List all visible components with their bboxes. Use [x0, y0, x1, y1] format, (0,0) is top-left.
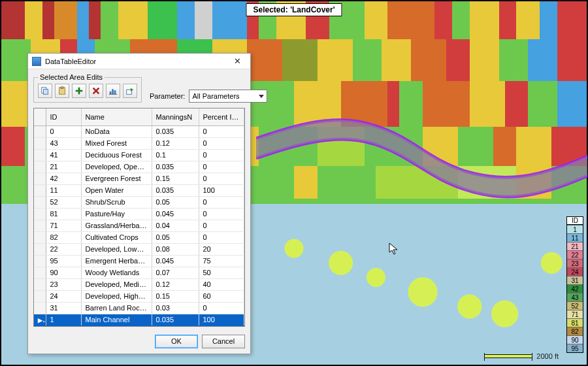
cell[interactable]: 82: [46, 231, 81, 243]
table-row[interactable]: 21Developed, Ope…0.0350: [34, 161, 244, 173]
cell[interactable]: Cultivated Crops: [81, 231, 152, 243]
parameter-select[interactable]: All Parameters: [189, 90, 267, 103]
cell[interactable]: Emergent Herbac…: [81, 255, 152, 267]
cell[interactable]: 81: [46, 208, 81, 220]
col-name[interactable]: Name: [81, 108, 152, 125]
cell[interactable]: 0: [199, 231, 244, 243]
col-id[interactable]: ID: [46, 108, 81, 125]
paste-icon[interactable]: [55, 84, 69, 98]
table-row[interactable]: 52Shrub/Scrub0.050: [34, 196, 244, 208]
cell[interactable]: 43: [46, 137, 81, 149]
row-header[interactable]: [34, 255, 46, 267]
cell[interactable]: Mixed Forest: [81, 137, 152, 149]
cell[interactable]: 1: [46, 314, 81, 325]
cell[interactable]: Evergreen Forest: [81, 173, 152, 184]
cell[interactable]: 24: [46, 290, 81, 302]
cell[interactable]: 75: [199, 255, 244, 267]
row-header[interactable]: [34, 149, 46, 161]
cell[interactable]: 0: [199, 173, 244, 184]
cell[interactable]: Pasture/Hay: [81, 208, 152, 220]
cell[interactable]: 71: [46, 220, 81, 231]
copy-icon[interactable]: [38, 84, 52, 98]
cell[interactable]: Developed, Ope…: [81, 161, 152, 173]
table-row[interactable]: 24Developed, High…0.1560: [34, 290, 244, 302]
dialog-titlebar[interactable]: DataTableEditor ✕: [28, 54, 250, 69]
cell[interactable]: 0.12: [152, 278, 199, 290]
cell[interactable]: 0: [46, 125, 81, 137]
cell[interactable]: 0: [199, 125, 244, 137]
table-row[interactable]: 71Grassland/Herba…0.040: [34, 220, 244, 231]
table-row[interactable]: 22Developed, Low…0.0820: [34, 243, 244, 255]
cell[interactable]: 20: [199, 243, 244, 255]
cell[interactable]: Main Channel: [81, 314, 152, 325]
cell[interactable]: 11: [46, 184, 81, 196]
row-header[interactable]: [34, 243, 46, 255]
row-header[interactable]: [34, 208, 46, 220]
cell[interactable]: 41: [46, 149, 81, 161]
table-row[interactable]: 31Barren Land Roc…0.030: [34, 302, 244, 314]
cell[interactable]: Woody Wetlands: [81, 267, 152, 278]
table-row[interactable]: 0NoData0.0350: [34, 125, 244, 137]
row-header[interactable]: [34, 267, 46, 278]
cell[interactable]: Shrub/Scrub: [81, 196, 152, 208]
col-pct-imperv[interactable]: Percent Impervious: [199, 108, 244, 125]
row-header[interactable]: [34, 196, 46, 208]
export-icon[interactable]: [123, 84, 137, 98]
cell[interactable]: 0.035: [152, 161, 199, 173]
col-manningsn[interactable]: ManningsN: [152, 108, 199, 125]
cell[interactable]: 0.15: [152, 173, 199, 184]
cell[interactable]: Developed, High…: [81, 290, 152, 302]
cell[interactable]: Barren Land Roc…: [81, 302, 152, 314]
row-header[interactable]: [34, 173, 46, 184]
cell[interactable]: 0.045: [152, 255, 199, 267]
cell[interactable]: NoData: [81, 125, 152, 137]
cell[interactable]: 22: [46, 243, 81, 255]
data-grid[interactable]: ID Name ManningsN Percent Impervious 0No…: [33, 108, 245, 327]
row-header[interactable]: [34, 290, 46, 302]
cell[interactable]: 0.05: [152, 196, 199, 208]
ok-button[interactable]: OK: [155, 335, 198, 348]
table-row[interactable]: 43Mixed Forest0.120: [34, 137, 244, 149]
cell[interactable]: 0.035: [152, 184, 199, 196]
cell[interactable]: 0: [199, 161, 244, 173]
cell[interactable]: 50: [199, 267, 244, 278]
cell[interactable]: 95: [46, 255, 81, 267]
cell[interactable]: 0.04: [152, 220, 199, 231]
cell[interactable]: 23: [46, 278, 81, 290]
cell[interactable]: 0: [199, 208, 244, 220]
cell[interactable]: Deciduous Forest: [81, 149, 152, 161]
close-icon[interactable]: ✕: [228, 55, 246, 68]
cell[interactable]: 0: [199, 196, 244, 208]
cell[interactable]: Grassland/Herba…: [81, 220, 152, 231]
cell[interactable]: 100: [199, 314, 244, 325]
cell[interactable]: 0: [199, 302, 244, 314]
row-header[interactable]: [34, 220, 46, 231]
row-header[interactable]: [34, 184, 46, 196]
cell[interactable]: 0.12: [152, 137, 199, 149]
cell[interactable]: 40: [199, 278, 244, 290]
row-header[interactable]: [34, 161, 46, 173]
cell[interactable]: 31: [46, 302, 81, 314]
cancel-button[interactable]: Cancel: [202, 335, 245, 348]
chart-icon[interactable]: [106, 84, 120, 98]
row-header[interactable]: [34, 278, 46, 290]
table-row[interactable]: 90Woody Wetlands0.0750: [34, 267, 244, 278]
cell[interactable]: 60: [199, 290, 244, 302]
cell[interactable]: 0.035: [152, 125, 199, 137]
cell[interactable]: 0: [199, 220, 244, 231]
cell[interactable]: 0.035: [152, 314, 199, 325]
cell[interactable]: Open Water: [81, 184, 152, 196]
table-row[interactable]: 82Cultivated Crops0.050: [34, 231, 244, 243]
row-header[interactable]: [34, 231, 46, 243]
row-header[interactable]: [34, 137, 46, 149]
row-header[interactable]: [34, 302, 46, 314]
cell[interactable]: 52: [46, 196, 81, 208]
table-row[interactable]: 41Deciduous Forest0.10: [34, 149, 244, 161]
cell[interactable]: 0.03: [152, 302, 199, 314]
cell[interactable]: 0.15: [152, 290, 199, 302]
cell[interactable]: 0: [199, 149, 244, 161]
cell[interactable]: 90: [46, 267, 81, 278]
cell[interactable]: 0.05: [152, 231, 199, 243]
cell[interactable]: 0.045: [152, 208, 199, 220]
cell[interactable]: 21: [46, 161, 81, 173]
